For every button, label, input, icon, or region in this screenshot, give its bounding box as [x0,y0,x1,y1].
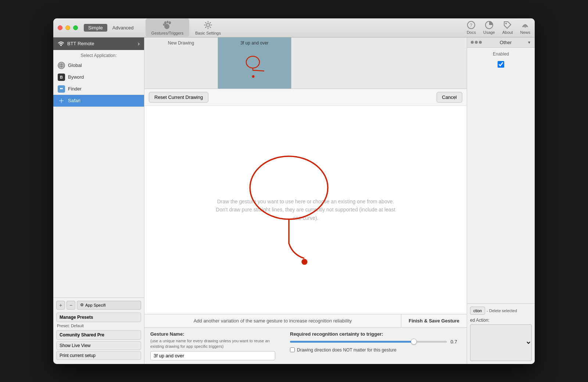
question-icon: ? [467,21,476,29]
gesture-name-sublabel: (use a unique name for every drawing unl… [150,338,275,350]
sidebar: BTT Remote › Select Application: Global [53,38,144,364]
svg-point-10 [524,26,526,28]
reset-drawing-button[interactable]: Reset Current Drawing [149,92,208,103]
app-item-safari[interactable]: Safari [53,95,144,107]
basic-settings-button[interactable]: Basic Settings [189,18,227,37]
byword-label: Byword [68,74,84,80]
gestures-triggers-label: Gestures/Triggers [151,31,184,35]
fullscreen-button[interactable] [73,25,78,30]
manage-presets-button[interactable]: Manage Presets [56,313,141,322]
3f-up-over-thumb[interactable]: 3f up and over [218,38,291,89]
new-drawing-thumb[interactable]: New Drawing [144,38,218,89]
gear-small-icon: ⚙ [80,303,84,307]
right-panel-title: Other [484,40,527,45]
news-button[interactable]: News [520,21,530,35]
bottom-bar: Add another variation of the same gestur… [144,314,467,364]
certainty-label: Required recognition certainty to trigge… [290,331,461,337]
btt-remote-label: BTT Remote [67,41,94,46]
bottom-bar-fields: Gesture Name: (use a unique name for eve… [144,328,467,364]
remove-app-button[interactable]: − [67,301,75,310]
svg-point-24 [301,259,307,265]
svg-point-23 [250,156,328,219]
svg-point-0 [164,21,166,24]
close-button[interactable] [58,25,62,30]
svg-point-17 [61,88,63,89]
global-icon [58,62,65,69]
main-window: Simple Advanced Gestures/Triggers Basic [53,18,535,364]
svg-rect-15 [58,86,64,92]
show-live-view-button[interactable]: Show Live View [56,341,141,350]
add-app-button[interactable]: + [56,301,65,310]
svg-point-4 [164,24,169,29]
settings-icon [203,20,213,30]
cancel-button[interactable]: Cancel [437,92,462,103]
app-item-byword[interactable]: B Byword [53,71,144,83]
app-list: Global B Byword Finder [53,60,144,297]
gesture-name-group: Gesture Name: (use a unique name for eve… [150,331,275,360]
dot2 [475,41,478,44]
gesture-name-input[interactable] [150,351,275,360]
assigned-action-label: ed Action: [470,318,532,323]
svg-text:?: ? [470,22,472,28]
tab-simple[interactable]: Simple [84,24,107,32]
right-panel-bottom: ction - Delete selected ed Action: [467,303,535,364]
new-drawing-canvas [147,48,215,86]
finish-save-button[interactable]: Finish & Save Gesture [401,314,467,327]
svg-point-9 [505,23,507,24]
gesture-name-label: Gesture Name: [150,331,275,337]
certainty-value: 0.7 [451,339,461,344]
paw-icon [162,20,172,30]
action-dropdown[interactable] [470,325,531,361]
sidebar-bottom: + − ⚙ App Specifi Manage Presets Preset:… [53,297,144,364]
docs-button[interactable]: ? Docs [467,21,476,35]
radio-icon [521,21,530,29]
3f-up-over-canvas [221,48,288,86]
titlebar: Simple Advanced Gestures/Triggers Basic [53,18,535,38]
svg-point-16 [60,88,61,89]
btt-remote-arrow[interactable]: › [138,40,140,47]
right-panel: Other ▼ Enabled ction - Delete selected … [467,38,535,364]
drawing-toolbar: Reset Current Drawing Cancel [144,89,467,106]
app-specific-button[interactable]: ⚙ App Specifi [77,301,141,310]
enabled-label: Enabled [471,51,531,57]
direction-checkbox-row: Drawing direction does NOT matter for th… [290,347,461,353]
drawing-area[interactable]: Draw the gesture you want to use here or… [144,106,467,314]
enabled-checkbox-container [471,59,531,70]
about-button[interactable]: About [502,21,513,35]
about-label: About [502,30,513,35]
right-panel-arrow[interactable]: ▼ [527,40,531,44]
add-variation-button[interactable]: Add another variation of the same gestur… [144,314,401,327]
certainty-slider-thumb[interactable] [411,339,417,344]
center-content: New Drawing 3f up and over [144,38,467,364]
right-toolbar: ? Docs Usage About [467,21,530,35]
safari-label: Safari [68,98,80,103]
select-app-label: Select Application: [53,50,144,60]
dots-icon [471,41,482,44]
3f-up-over-label: 3f up and over [240,40,269,46]
finder-label: Finder [68,86,82,92]
dot1 [471,41,474,44]
finder-icon [58,85,65,93]
delete-button[interactable]: - Delete selected [487,308,517,313]
certainty-slider-track[interactable] [290,341,447,343]
enabled-checkbox[interactable] [498,61,504,68]
minimize-button[interactable] [65,25,70,30]
community-shared-button[interactable]: Comunity Shared Pre [56,330,141,340]
bottom-bar-top: Add another variation of the same gestur… [144,314,467,328]
toolbar-icons: Gestures/Triggers Basic Settings [146,18,227,37]
action-button[interactable]: ction [470,307,485,315]
print-current-setup-button[interactable]: Print current setup [56,351,141,360]
news-label: News [520,30,530,35]
tab-advanced[interactable]: Advanced [108,24,138,32]
direction-checkbox[interactable] [290,347,295,352]
preset-label: Preset: Default [56,324,141,330]
app-item-global[interactable]: Global [53,60,144,71]
app-item-finder[interactable]: Finder [53,83,144,95]
svg-point-5 [207,24,209,26]
usage-button[interactable]: Usage [483,21,495,35]
action-select[interactable] [470,324,532,361]
global-label: Global [68,63,82,68]
docs-label: Docs [467,30,476,35]
gestures-triggers-button[interactable]: Gestures/Triggers [146,18,190,37]
action-row: ction - Delete selected [470,307,532,315]
